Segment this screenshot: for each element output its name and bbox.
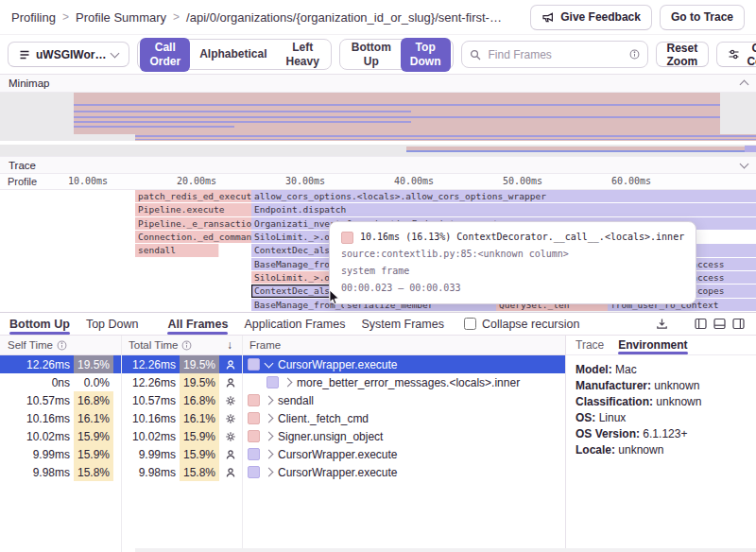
frame-cell: CursorWrapper.execute	[242, 463, 565, 481]
search-input[interactable]	[487, 47, 624, 62]
flame-bar[interactable]: sendall	[135, 244, 219, 256]
view-tab-group: Bottom UpTop Down	[9, 313, 154, 335]
panel-bottom-icon[interactable]	[713, 318, 726, 330]
give-feedback-button[interactable]: Give Feedback	[530, 5, 652, 30]
chevron-down-icon	[740, 159, 749, 168]
flame-bar[interactable]: Pipeline._e_ransaction	[135, 217, 257, 230]
collapse-recursion-label: Collapse recursion	[482, 318, 580, 331]
view-segmented-control: Bottom UpTop Down	[339, 39, 454, 70]
collapse-recursion-input[interactable]	[464, 318, 476, 330]
minimap-canvas[interactable]	[0, 93, 756, 156]
table-row[interactable]: 9.99ms15.9%9.99ms15.9%CursorWrapper.exec…	[0, 445, 565, 463]
total-time-column-header[interactable]: Total Time ↓	[121, 338, 242, 352]
details-panel: TraceEnvironment Model: MacManufacturer:…	[565, 336, 756, 552]
panel-left-icon[interactable]	[695, 318, 707, 330]
minimap-header[interactable]: Minimap	[0, 75, 756, 93]
frame-color-swatch	[248, 448, 260, 460]
table-row[interactable]: 0ns0.0%12.26ms19.5%more_better_error_mes…	[0, 373, 565, 391]
bottom-panel-body: Self Time Total Time ↓ Frame 12.26	[0, 336, 756, 552]
total-time-percent: 16.8%	[180, 391, 219, 409]
reset-zoom-label: Reset Zoom	[667, 42, 698, 68]
flame-bar[interactable]: Pipeline.execute	[135, 203, 257, 216]
bottom-panel-tabs: Bottom UpTop Down All FramesApplication …	[0, 313, 756, 336]
sort-option-alphabetical[interactable]: Alphabetical	[190, 44, 276, 64]
collapse-recursion-checkbox[interactable]: Collapse recursion	[464, 318, 580, 331]
minimap-block	[74, 121, 411, 123]
tab-top-down[interactable]: Top Down	[86, 313, 139, 335]
column-divider	[242, 336, 243, 552]
gear-icon	[219, 427, 242, 445]
chevron-down-icon[interactable]	[265, 358, 274, 368]
total-time-value: 10.16ms	[121, 412, 180, 425]
chevron-right-icon[interactable]	[265, 450, 274, 459]
panel-right-icon[interactable]	[732, 318, 745, 330]
flame-bar[interactable]: patch_redis_ed_execute	[135, 190, 257, 202]
flame-bar[interactable]: Connection._ed_command	[135, 231, 257, 243]
total-time-value: 9.99ms	[121, 448, 180, 461]
mouse-cursor	[328, 289, 341, 306]
breadcrumb-profiling[interactable]: Profiling	[11, 10, 56, 25]
total-time-cell: 10.02ms15.9%	[121, 427, 242, 445]
chevron-right-icon[interactable]	[265, 468, 274, 477]
tooltip-frame-type: system frame	[341, 263, 684, 280]
chevron-right-icon[interactable]	[265, 432, 274, 441]
total-time-value: 12.26ms	[121, 358, 180, 371]
sort-option-left-heavy[interactable]: Left Heavy	[276, 38, 328, 72]
chevron-up-icon	[740, 80, 749, 90]
details-tab-environment[interactable]: Environment	[618, 336, 687, 354]
self-time-value: 10.02ms	[0, 430, 74, 443]
flamegraph[interactable]: 10.16ms (16.13%) ContextDecorator.__call…	[0, 190, 756, 312]
total-time-cell: 9.99ms15.9%	[121, 445, 242, 463]
table-row[interactable]: 10.02ms15.9%10.02ms15.9%Signer.unsign_ob…	[0, 427, 565, 445]
tab-bottom-up[interactable]: Bottom Up	[9, 313, 70, 335]
table-row[interactable]: 12.26ms19.5%12.26ms19.5%CursorWrapper.ex…	[0, 355, 565, 373]
frame-column-header[interactable]: Frame	[242, 339, 281, 351]
total-time-cell: 10.57ms16.8%	[121, 391, 242, 409]
detail-value: 6.1.123+	[640, 427, 687, 440]
tab-all-frames[interactable]: All Frames	[167, 313, 228, 335]
table-row[interactable]: 10.57ms16.8%10.57ms16.8%sendall	[0, 391, 565, 409]
frame-filter-tab-group: All FramesApplication FramesSystem Frame…	[167, 313, 459, 335]
chevron-right-icon[interactable]	[284, 378, 293, 388]
table-row[interactable]: 9.98ms15.8%9.98ms15.8%CursorWrapper.exec…	[0, 463, 565, 481]
breadcrumb-separator-icon: >	[173, 10, 180, 24]
tab-system-frames[interactable]: System Frames	[361, 313, 444, 335]
detail-label: Model:	[576, 363, 612, 376]
trace-header[interactable]: Trace	[0, 156, 756, 174]
frames-table: Self Time Total Time ↓ Frame 12.26	[0, 336, 565, 552]
go-to-trace-button[interactable]: Go to Trace	[660, 5, 745, 30]
detail-field: Model: Mac	[576, 362, 747, 378]
breadcrumb: Profiling > Profile Summary > /api/0/org…	[11, 10, 502, 25]
view-option-bottom-up[interactable]: Bottom Up	[342, 38, 401, 72]
profiling-app: Profiling > Profile Summary > /api/0/org…	[0, 0, 756, 552]
color-coding-label: Color Coding	[746, 42, 756, 68]
find-frames-search[interactable]	[461, 41, 648, 68]
table-row[interactable]: 10.16ms16.1%10.16ms16.1%Client._fetch_cm…	[0, 409, 565, 427]
frame-name: Signer.unsign_object	[278, 430, 383, 443]
detail-label: Manufacturer:	[576, 379, 651, 392]
flame-bar[interactable]: Endpoint.dispatch	[251, 203, 756, 216]
download-icon[interactable]	[656, 318, 668, 330]
view-option-top-down[interactable]: Top Down	[401, 38, 451, 72]
frame-cell: more_better_error_messages.<locals>.inne…	[242, 373, 565, 391]
sort-descending-icon[interactable]: ↓	[227, 338, 232, 352]
reset-zoom-button[interactable]: Reset Zoom	[656, 42, 710, 67]
total-time-percent: 16.1%	[180, 409, 219, 427]
breadcrumb-profile-summary[interactable]: Profile Summary	[76, 10, 166, 25]
self-time-percent: 16.1%	[74, 409, 113, 427]
detail-value: Linux	[595, 411, 626, 424]
detail-label: OS Version:	[576, 427, 640, 440]
thread-selector[interactable]: uWSGIWor…	[8, 42, 129, 67]
chevron-right-icon[interactable]	[265, 396, 274, 405]
chevron-right-icon[interactable]	[265, 414, 274, 423]
flame-bar[interactable]: allow_cors_options.<locals>.allow_cors_o…	[251, 190, 756, 202]
color-coding-button[interactable]: Color Coding	[716, 42, 756, 67]
self-time-column-header[interactable]: Self Time	[0, 339, 121, 351]
frame-cell: CursorWrapper.execute	[242, 355, 565, 373]
detail-value: unknown	[651, 379, 699, 392]
details-tab-trace[interactable]: Trace	[576, 336, 604, 354]
sort-option-call-order[interactable]: Call Order	[140, 38, 190, 72]
go-to-trace-label: Go to Trace	[671, 10, 733, 24]
tab-application-frames[interactable]: Application Frames	[244, 313, 345, 335]
horizontal-scrollbar[interactable]	[135, 548, 756, 552]
